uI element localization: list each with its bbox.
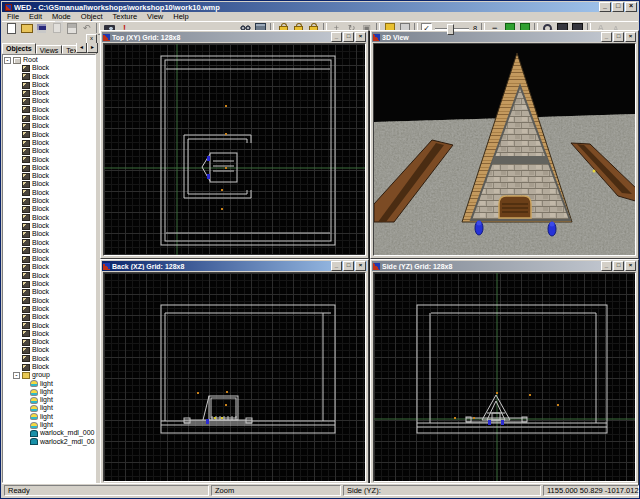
tree-item-light[interactable]: light [3,380,95,388]
tree-item-block[interactable]: Block [3,239,95,247]
block-icon [22,322,30,329]
tree-item-light[interactable]: light [3,388,95,396]
tree-item-block[interactable]: Block [3,355,95,363]
minimize-button[interactable]: _ [599,2,611,12]
tab-scroll-right-button[interactable]: ► [87,43,98,53]
tree-item-label: light [40,413,53,421]
tree-item-block[interactable]: Block [3,164,95,172]
viewport-maximize-button[interactable]: □ [343,32,354,42]
tree-item-light[interactable]: light [3,396,95,404]
save-file-button-icon[interactable] [35,22,48,34]
tree-item-block[interactable]: Block [3,346,95,354]
tree-item-block[interactable]: Block [3,64,95,72]
tree-expander[interactable]: - [4,57,11,64]
tree-item-block[interactable]: Block [3,338,95,346]
viewport-back-xz-titlebar[interactable]: Back (XZ) Grid: 128x8 _ □ × [102,261,367,271]
viewport-minimize-button[interactable]: _ [601,261,612,271]
viewport-3d-titlebar[interactable]: 3D View _ □ × [372,32,637,42]
menu-object[interactable]: Object [76,12,108,21]
tree-item-block[interactable]: Block [3,180,95,188]
viewport-minimize-button[interactable]: _ [601,32,612,42]
tree-item-block[interactable]: Block [3,156,95,164]
open-file-button-icon[interactable] [20,22,33,34]
tree-item-block[interactable]: Block [3,247,95,255]
tab-objects[interactable]: Objects [2,43,36,54]
tree-item-light[interactable]: light [3,404,95,412]
tree-item-label: Block [32,114,49,122]
viewport-top-xy-titlebar[interactable]: Top (XY) Grid: 128x8 _ □ × [102,32,367,42]
tree-item-block[interactable]: Block [3,97,95,105]
menu-mode[interactable]: Mode [47,12,76,21]
tree-item-warlock-mdl-000[interactable]: warlock_mdl_000 [3,429,95,437]
tree-item-block[interactable]: Block [3,131,95,139]
viewport-minimize-button[interactable]: _ [331,261,342,271]
tree-expander[interactable]: - [13,372,20,379]
tree-item-label: Block [32,97,49,105]
tree-item-block[interactable]: Block [3,106,95,114]
slider-thumb[interactable] [447,24,454,35]
viewport-maximize-button[interactable]: □ [613,261,624,271]
tab-scroll-buttons: ◄ ► [76,43,98,53]
tree-item-block[interactable]: Block [3,189,95,197]
object-tree[interactable]: -RootBlockBlockBlockBlockBlockBlockBlock… [2,54,96,483]
viewport-close-button[interactable]: × [625,261,636,271]
menu-help[interactable]: Help [168,12,193,21]
tree-item-label: light [40,396,53,404]
tree-item-block[interactable]: Block [3,214,95,222]
viewport-3d-canvas[interactable] [373,43,636,256]
tree-item-block[interactable]: Block [3,205,95,213]
group-icon [22,372,30,379]
viewport-minimize-button[interactable]: _ [331,32,342,42]
tree-item-block[interactable]: Block [3,280,95,288]
viewport-side-yz-canvas[interactable] [373,272,636,482]
model-icon [30,438,38,445]
close-button[interactable]: × [625,2,637,12]
tree-item-root[interactable]: -Root [3,56,95,64]
title-bar[interactable]: WED - C:\GSmanual\workshops\workshop10\w… [2,2,638,12]
tree-item-block[interactable]: Block [3,147,95,155]
tree-item-block[interactable]: Block [3,172,95,180]
tree-item-label: Block [32,346,49,354]
menu-view[interactable]: View [142,12,168,21]
tab-views[interactable]: Views [36,45,63,54]
new-file-button-icon[interactable] [5,22,18,34]
tree-item-block[interactable]: Block [3,330,95,338]
tree-item-block[interactable]: Block [3,272,95,280]
viewport-top-xy-canvas[interactable] [103,43,366,256]
tree-item-block[interactable]: Block [3,255,95,263]
maximize-button[interactable]: □ [612,2,624,12]
tree-item-block[interactable]: Block [3,297,95,305]
tree-item-light[interactable]: light [3,413,95,421]
tree-item-block[interactable]: Block [3,313,95,321]
tree-item-block[interactable]: Block [3,288,95,296]
tree-item-block[interactable]: Block [3,139,95,147]
tree-item-light[interactable]: light [3,421,95,429]
tree-item-block[interactable]: Block [3,73,95,81]
viewport-close-button[interactable]: × [355,261,366,271]
tree-item-block[interactable]: Block [3,222,95,230]
viewport-back-xz-canvas[interactable] [103,272,366,482]
menu-file[interactable]: File [2,12,24,21]
viewport-close-button[interactable]: × [625,32,636,42]
tree-item-block[interactable]: Block [3,263,95,271]
menu-texture[interactable]: Texture [107,12,142,21]
tree-item-label: Block [32,255,49,263]
viewport-maximize-button[interactable]: □ [343,261,354,271]
tree-item-block[interactable]: Block [3,89,95,97]
tree-item-block[interactable]: Block [3,322,95,330]
tree-item-block[interactable]: Block [3,305,95,313]
block-icon [22,214,30,221]
viewport-maximize-button[interactable]: □ [613,32,624,42]
tab-scroll-left-button[interactable]: ◄ [76,43,87,53]
tree-item-group[interactable]: -group [3,371,95,379]
tree-item-block[interactable]: Block [3,230,95,238]
menu-edit[interactable]: Edit [24,12,47,21]
tree-item-block[interactable]: Block [3,122,95,130]
tree-item-block[interactable]: Block [3,114,95,122]
viewport-close-button[interactable]: × [355,32,366,42]
tree-item-block[interactable]: Block [3,81,95,89]
tree-item-warlock2-mdl-003[interactable]: warlock2_mdl_003 [3,438,95,446]
side-yz-wireframe [374,273,636,482]
viewport-side-yz-titlebar[interactable]: Side (YZ) Grid: 128x8 _ □ × [372,261,637,271]
tree-item-block[interactable]: Block [3,197,95,205]
